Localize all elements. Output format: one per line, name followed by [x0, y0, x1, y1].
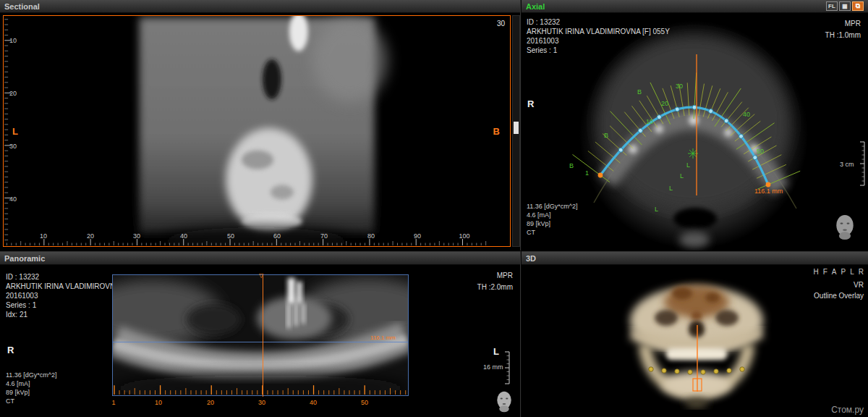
v-ruler-label: 30	[9, 143, 17, 150]
pano-slice-line[interactable]	[113, 342, 408, 342]
orientation-marker-r: R	[527, 98, 534, 109]
panoramic-title: Panoramic	[4, 254, 45, 263]
axial-content[interactable]: ID : 13232 ARKHUTIK IRINA VLADIMIROVNA […	[522, 13, 868, 250]
pano-ruler-label: 40	[306, 399, 320, 406]
patient-name: ARKHUTIK IRINA VLADIMIROVNA [F] 055Y	[527, 27, 670, 36]
arch-node[interactable]	[692, 105, 697, 109]
v-ruler-label: 40	[9, 195, 17, 203]
arch-tick-label: 20	[661, 100, 668, 107]
h-ruler-label: 40	[173, 232, 195, 240]
arch-node[interactable]	[618, 148, 623, 152]
arch-node[interactable]	[709, 109, 713, 114]
arch-node[interactable]	[753, 156, 757, 160]
arch-tick-label: 50	[757, 148, 764, 155]
arch-endpoint[interactable]	[598, 173, 603, 178]
study-date: 20161003	[527, 36, 670, 46]
outline-overlay-button[interactable]: Outline Overlay	[814, 291, 864, 300]
threed-panel: 3D H F A P L R VR Outline Overlay	[522, 251, 868, 417]
buccal-label: B	[569, 162, 574, 169]
arch-node[interactable]	[657, 115, 661, 119]
v-ruler-label: 20	[9, 90, 17, 97]
scale-label: 16 mm	[483, 363, 503, 371]
sectional-content: 10 20 30 40 10 20 30 40 50 60 70 80 90 1…	[0, 13, 520, 250]
axial-measurement: 116.1 mm	[754, 188, 783, 195]
fl-toggle-icon[interactable]: FL	[826, 1, 838, 11]
vr-mode-button[interactable]: VR	[854, 280, 864, 290]
h-ruler-label: 70	[313, 232, 335, 240]
axial-titlebar: Axial FL ▦ ⧉	[522, 0, 868, 13]
dose-dap: 11.36 [dGy*cm^2]	[6, 371, 57, 379]
h-ruler-label: 100	[454, 232, 475, 240]
axis-button-l[interactable]: L	[850, 268, 854, 276]
arch-node[interactable]	[638, 128, 642, 132]
lingual-label: L	[680, 172, 684, 180]
threed-titlebar: 3D	[522, 252, 868, 265]
panoramic-image-frame[interactable]: ▽ 116.1 mm	[112, 274, 409, 396]
patient-info-block: ID : 13232 ARKHUTIK IRINA VLADIMIROVNA […	[527, 17, 670, 55]
h-ruler-label: 10	[33, 232, 54, 240]
arch-tick-label: 10	[646, 118, 653, 125]
view-mode-block: MPR TH :1.0mm	[825, 19, 861, 40]
arch-node[interactable]	[739, 134, 744, 138]
mode-label: MPR	[825, 19, 861, 28]
dose-info-block: 11.36 [dGy*cm^2] 4.6 [mA] 89 [kVp] CT	[6, 371, 57, 405]
watermark: Стом.ру	[831, 405, 864, 415]
sectional-rulers	[4, 16, 510, 246]
sectional-panel: Sectional	[0, 0, 521, 250]
arch-tick-one: 1	[585, 169, 589, 177]
panoramic-content[interactable]: ID : 13232 ARKHUTIK IRINA VLADIMIROVNA […	[0, 265, 520, 417]
grid-layout-icon[interactable]: ▦	[839, 1, 851, 11]
dose-ma: 4.6 [mA]	[527, 211, 578, 219]
expand-layout-icon[interactable]: ⧉	[852, 1, 864, 11]
modality: CT	[527, 228, 578, 237]
arch-endpoint[interactable]	[766, 182, 771, 188]
view-mode-block: MPR TH :2.0mm	[477, 271, 513, 292]
dose-kvp: 89 [kVp]	[6, 388, 57, 397]
sectional-viewport[interactable]: 10 20 30 40 10 20 30 40 50 60 70 80 90 1…	[3, 15, 511, 247]
axis-button-h[interactable]: H	[814, 268, 819, 276]
orientation-marker-left: L	[12, 126, 18, 137]
axial-title: Axial	[526, 2, 545, 11]
v-ruler-label: 10	[9, 37, 17, 44]
axis-buttons: H F A P L R	[814, 268, 864, 276]
mode-label: MPR	[477, 271, 513, 280]
pano-ruler-label: 20	[203, 399, 218, 406]
slice-number: 30	[497, 20, 505, 28]
head-orientation-icon[interactable]	[832, 213, 858, 242]
panoramic-ct-image	[113, 275, 408, 395]
sectional-scrollbar[interactable]	[512, 15, 520, 247]
modality: CT	[6, 397, 57, 405]
dose-dap: 11.36 [dGy*cm^2]	[527, 202, 578, 211]
sectional-titlebar: Sectional	[0, 0, 520, 13]
h-ruler-label: 20	[80, 232, 101, 240]
lingual-label: L	[669, 185, 673, 192]
dose-kvp: 89 [kVp]	[527, 219, 578, 228]
pano-position-line[interactable]	[263, 275, 263, 397]
threed-content[interactable]: H F A P L R VR Outline Overlay	[522, 265, 868, 417]
scale-ruler	[857, 140, 867, 188]
scale-label: 3 cm	[840, 161, 854, 168]
pano-position-marker-icon[interactable]: ▽	[259, 272, 263, 279]
axis-button-a[interactable]: A	[832, 268, 837, 276]
buccal-label: B	[637, 88, 642, 96]
axis-button-f[interactable]: F	[823, 268, 827, 276]
arch-tick-label: 30	[676, 83, 683, 90]
pano-ruler-label: 1	[106, 399, 121, 406]
volume-render-image[interactable]	[610, 276, 783, 410]
axis-button-p[interactable]: P	[841, 268, 846, 276]
arch-node[interactable]	[724, 119, 728, 123]
lingual-label: L	[655, 206, 658, 213]
orientation-marker-l: L	[493, 346, 499, 357]
sectional-scrollbar-thumb[interactable]	[514, 122, 519, 134]
head-orientation-icon[interactable]	[493, 389, 515, 414]
lingual-label: L	[686, 161, 690, 169]
orientation-marker-right: B	[493, 126, 500, 137]
axial-toolbar: FL ▦ ⧉	[826, 1, 864, 11]
axis-button-r[interactable]: R	[859, 268, 864, 276]
series-label: Series : 1	[527, 46, 670, 55]
buccal-label: B	[604, 132, 608, 139]
h-ruler-label: 80	[360, 232, 382, 240]
scale-ruler	[502, 350, 512, 388]
patient-id: ID : 13232	[527, 17, 670, 27]
arch-node[interactable]	[675, 107, 679, 111]
